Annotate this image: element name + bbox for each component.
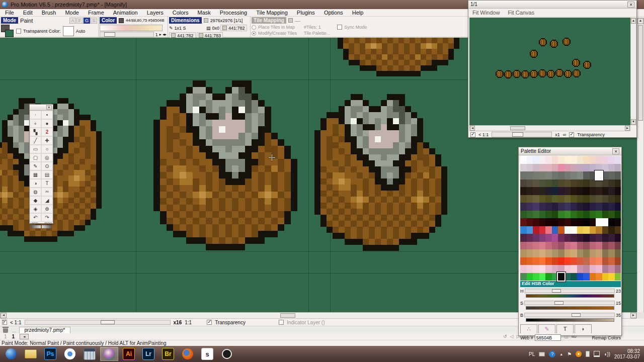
taskbar-icon-calculator[interactable] — [80, 347, 99, 361]
palette-swatch[interactable] — [539, 218, 546, 226]
palette-swatch[interactable] — [533, 156, 539, 164]
palette-swatch[interactable] — [596, 187, 602, 195]
cross-tool[interactable]: ✚ — [41, 136, 53, 145]
palette-swatch[interactable] — [577, 203, 584, 211]
palette-swatch[interactable] — [552, 156, 558, 164]
palette-swatch[interactable] — [565, 249, 571, 257]
palette-swatch[interactable] — [520, 164, 527, 172]
palette-swatch[interactable] — [539, 171, 546, 179]
palette-swatch[interactable] — [539, 273, 546, 281]
palette-swatch[interactable] — [527, 179, 533, 188]
palette-swatch[interactable] — [533, 242, 539, 250]
palette-swatch[interactable] — [608, 226, 615, 234]
palette-swatch[interactable] — [539, 203, 546, 211]
palette-swatch[interactable] — [520, 203, 527, 211]
palette-swatch[interactable] — [602, 203, 609, 211]
palette-swatch[interactable] — [527, 164, 533, 172]
palette-swatch[interactable] — [533, 218, 539, 226]
palette-swatch[interactable] — [565, 234, 571, 242]
palette-swatch[interactable] — [533, 195, 539, 203]
language-indicator[interactable]: PL — [529, 351, 535, 357]
palette-swatch[interactable] — [602, 242, 609, 250]
palette-swatch[interactable] — [552, 179, 558, 188]
palette-swatch[interactable] — [571, 242, 577, 250]
palette-swatch[interactable] — [539, 249, 546, 257]
close-icon[interactable]: ✕ — [612, 148, 619, 154]
place-tiles-radio[interactable] — [252, 25, 256, 30]
palette-swatch[interactable] — [552, 171, 558, 179]
palette-swatch[interactable] — [565, 218, 571, 226]
palette-swatch[interactable] — [590, 164, 596, 172]
palette-swatch[interactable] — [558, 179, 565, 188]
keyboard-icon[interactable] — [539, 352, 545, 356]
palette-swatch[interactable] — [596, 218, 602, 226]
anim-control-icon[interactable]: ◁ — [510, 334, 514, 339]
sync-mode-checkbox[interactable] — [337, 25, 342, 30]
palette-swatch[interactable] — [552, 234, 558, 242]
link-icon[interactable]: ∞ — [563, 132, 566, 137]
rect-tool[interactable]: ▭ — [30, 145, 41, 153]
palette-swatch[interactable] — [565, 257, 571, 265]
palette-swatch[interactable] — [527, 257, 533, 265]
menu-item-mask[interactable]: Mask — [198, 10, 211, 16]
palette-swatch[interactable] — [583, 234, 590, 242]
palette-swatch[interactable] — [527, 156, 533, 164]
taskbar-icon-photoshop[interactable]: Ps — [41, 347, 59, 361]
palette-swatch[interactable] — [571, 265, 577, 273]
palette-swatch[interactable] — [539, 265, 546, 273]
palette-swatch[interactable] — [552, 218, 558, 226]
palette-swatch[interactable] — [602, 226, 609, 234]
palette-swatch[interactable] — [520, 218, 527, 226]
color-arrows-icon[interactable]: ▸ ◂▸ — [159, 32, 167, 37]
palette-swatch[interactable] — [608, 156, 615, 164]
palette-swatch[interactable] — [583, 257, 590, 265]
taskbar-icon-explorer[interactable] — [22, 347, 40, 361]
grid-tool[interactable]: ▦ — [30, 170, 41, 179]
palette-swatch[interactable] — [520, 187, 527, 195]
palette-swatch[interactable] — [527, 234, 533, 242]
palette-swatch[interactable] — [558, 195, 565, 203]
taskbar-icon-firefox[interactable] — [179, 347, 197, 361]
palette-swatch[interactable] — [590, 179, 596, 188]
palette-swatch[interactable] — [552, 195, 558, 203]
palette-swatch[interactable] — [596, 211, 602, 219]
palette-swatch[interactable] — [527, 226, 533, 234]
menu-item-tile-mapping[interactable]: Tile Mapping — [256, 10, 288, 16]
fit-window-button[interactable]: Fit Window — [472, 10, 500, 16]
continuous-tool[interactable]: 2 — [41, 128, 53, 136]
palette-swatch[interactable] — [539, 234, 546, 242]
palette-swatch[interactable] — [583, 265, 590, 273]
palette-swatch[interactable] — [539, 164, 546, 172]
volume-icon[interactable]: ◖)) — [604, 351, 610, 357]
preview-canvas[interactable] — [469, 18, 630, 125]
palette-swatch[interactable] — [565, 164, 571, 172]
palette-swatch[interactable] — [571, 187, 577, 195]
horizontal-scroll-thumb[interactable] — [280, 313, 295, 318]
scroll-left-button[interactable]: ◄ — [1, 313, 7, 318]
taskbar-icon-chrome[interactable] — [61, 347, 79, 361]
palette-swatch[interactable] — [520, 226, 527, 234]
modify-tiles-radio[interactable] — [252, 31, 256, 36]
dot-medium[interactable]: • — [41, 111, 53, 119]
palette-swatch[interactable] — [565, 265, 571, 273]
transparent-color-checkbox[interactable] — [16, 29, 21, 34]
palette-swatch[interactable] — [583, 195, 590, 203]
palette-swatch[interactable] — [583, 187, 590, 195]
palette-swatch[interactable] — [558, 171, 565, 179]
scroll-up-button[interactable]: ▲ — [631, 18, 636, 24]
file-tab[interactable]: przedmioty7.pmp* — [19, 327, 71, 333]
palette-swatch[interactable] — [608, 273, 615, 281]
menu-item-edit[interactable]: Edit — [23, 10, 33, 16]
magnify-tool[interactable]: ⊙ — [41, 162, 53, 170]
menu-item-animation[interactable]: Animation — [113, 10, 138, 16]
palette-swatch[interactable] — [590, 257, 596, 265]
palette-swatch[interactable] — [602, 211, 609, 219]
slider-thumb[interactable] — [572, 313, 581, 317]
menu-item-plugins[interactable]: Plugins — [297, 10, 315, 16]
rgb-tab[interactable]: ∴ — [520, 324, 537, 333]
menu-item-layers[interactable]: Layers — [147, 10, 164, 16]
palette-swatch[interactable] — [520, 179, 527, 188]
palette-swatch[interactable] — [558, 211, 565, 219]
palette-swatch[interactable] — [527, 249, 533, 257]
tile-palette-button[interactable]: Tile Palette... — [304, 31, 330, 36]
